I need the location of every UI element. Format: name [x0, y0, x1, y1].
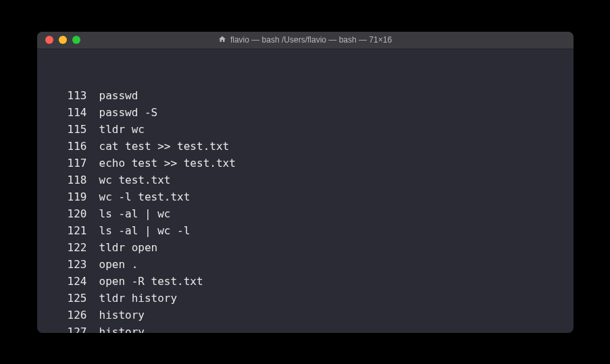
history-command: wc -l test.txt: [87, 188, 190, 205]
history-line: 117echo test >> test.txt: [44, 155, 567, 172]
history-output: 113passwd114passwd -S115tldr wc116cat te…: [44, 87, 567, 333]
history-command: passwd -S: [87, 104, 158, 121]
history-number: 120: [44, 205, 87, 222]
history-line: 114passwd -S: [44, 104, 567, 121]
maximize-icon[interactable]: [72, 36, 80, 44]
minimize-icon[interactable]: [59, 36, 67, 44]
history-line: 113passwd: [44, 87, 567, 104]
history-number: 119: [44, 188, 87, 205]
history-number: 115: [44, 121, 87, 138]
history-number: 117: [44, 155, 87, 172]
close-icon[interactable]: [45, 36, 53, 44]
history-number: 123: [44, 256, 87, 273]
home-icon: [218, 35, 226, 45]
window-title-text: flavio — bash /Users/flavio — bash — 71×…: [230, 35, 392, 45]
history-line: 125tldr history: [44, 290, 567, 307]
history-command: tldr history: [87, 290, 178, 307]
traffic-lights: [37, 36, 80, 44]
history-number: 127: [44, 323, 87, 333]
window-title: flavio — bash /Users/flavio — bash — 71×…: [37, 35, 574, 45]
history-line: 118wc test.txt: [44, 172, 567, 188]
history-line: 115tldr wc: [44, 121, 567, 138]
history-command: tldr wc: [87, 121, 145, 138]
history-command: cat test >> test.txt: [87, 138, 230, 155]
history-line: 116cat test >> test.txt: [44, 138, 567, 155]
history-command: wc test.txt: [87, 172, 171, 188]
history-command: history: [87, 323, 145, 333]
history-command: open -R test.txt: [87, 273, 203, 290]
history-line: 121ls -al | wc -l: [44, 222, 567, 239]
history-command: ls -al | wc: [87, 205, 171, 222]
history-number: 114: [44, 104, 87, 121]
history-line: 120ls -al | wc: [44, 205, 567, 222]
history-command: tldr open: [87, 239, 158, 256]
history-command: open .: [87, 256, 138, 273]
history-line: 119wc -l test.txt: [44, 188, 567, 205]
history-line: 127history: [44, 323, 567, 333]
history-command: ls -al | wc -l: [87, 222, 190, 239]
history-line: 123open .: [44, 256, 567, 273]
terminal-body[interactable]: 113passwd114passwd -S115tldr wc116cat te…: [37, 49, 574, 333]
history-command: echo test >> test.txt: [87, 155, 236, 172]
history-number: 116: [44, 138, 87, 155]
history-line: 124open -R test.txt: [44, 273, 567, 290]
history-number: 126: [44, 307, 87, 323]
titlebar: flavio — bash /Users/flavio — bash — 71×…: [37, 32, 574, 49]
history-line: 122tldr open: [44, 239, 567, 256]
history-number: 118: [44, 172, 87, 188]
history-line: 126history: [44, 307, 567, 323]
history-number: 124: [44, 273, 87, 290]
history-number: 122: [44, 239, 87, 256]
history-command: passwd: [87, 87, 138, 104]
history-number: 113: [44, 87, 87, 104]
history-command: history: [87, 307, 145, 323]
history-number: 121: [44, 222, 87, 239]
history-number: 125: [44, 290, 87, 307]
terminal-window: flavio — bash /Users/flavio — bash — 71×…: [37, 32, 574, 333]
